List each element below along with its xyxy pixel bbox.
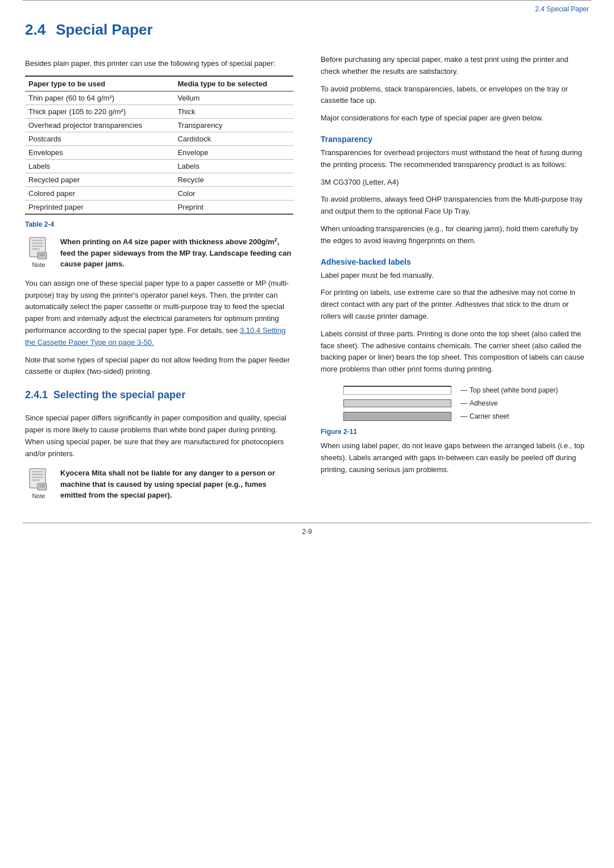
media-type-cell: Recycle <box>174 173 293 187</box>
note2-icon: Note <box>25 468 52 499</box>
paper-type-cell: Thick paper (105 to 220 g/m²) <box>25 105 174 119</box>
right-para3: Major considerations for each type of sp… <box>321 112 589 124</box>
adhesive-heading: Adhesive-backed labels <box>321 257 589 266</box>
layer-bars <box>343 386 451 421</box>
transparency-product: 3M CG3700 (Letter, A4) <box>321 177 589 189</box>
figure-layers: — Top sheet (white bond paper) — Adhesiv… <box>343 386 558 421</box>
transparency-para3: When unloading transparencies (e.g., for… <box>321 223 589 247</box>
media-type-cell: Thick <box>174 105 293 119</box>
paper-type-cell: Postcards <box>25 132 174 146</box>
note2-label: Note <box>32 493 45 499</box>
table-row: PostcardsCardstock <box>25 132 293 146</box>
note-icon-svg <box>27 236 50 260</box>
adhesive-bar <box>343 399 451 407</box>
svg-rect-4 <box>32 248 40 250</box>
adhesive-body4: When using label paper, do not leave gap… <box>321 440 589 475</box>
carrier-label-row: — Carrier sheet <box>460 412 558 421</box>
top-sheet-label-row: — Top sheet (white bond paper) <box>460 386 558 395</box>
layer-label-column: — Top sheet (white bond paper) — Adhesiv… <box>456 386 558 421</box>
figure-caption: Figure 2-11 <box>321 428 357 436</box>
subsection-title-row: 2.4.1 Selecting the special paper <box>25 389 293 407</box>
media-type-cell: Color <box>174 187 293 201</box>
svg-rect-2 <box>32 243 43 244</box>
adhesive-body3: Labels consist of three parts. Printing … <box>321 328 589 375</box>
intro-text: Besides plain paper, this printer can us… <box>25 59 293 68</box>
note2-icon-svg <box>27 468 50 491</box>
adhesive-label-row: — Adhesive <box>460 399 558 407</box>
adhesive-body1: Label paper must be fed manually. <box>321 270 589 282</box>
table-row: EnvelopesEnvelope <box>25 146 293 160</box>
paper-type-cell: Preprinted paper <box>25 201 174 215</box>
svg-rect-3 <box>32 245 43 247</box>
section-ref-label: 2.4 Special Paper <box>535 5 589 13</box>
table-row: Preprinted paperPreprint <box>25 201 293 215</box>
paper-table: Paper type to be used Media type to be s… <box>25 76 293 215</box>
note1-text: When printing on A4 size paper with thic… <box>60 236 293 270</box>
paper-type-cell: Envelopes <box>25 146 174 160</box>
table-row: LabelsLabels <box>25 160 293 173</box>
right-column: Before purchasing any special paper, mak… <box>316 15 589 509</box>
paper-type-cell: Overhead projector transparencies <box>25 119 174 132</box>
media-type-cell: Cardstock <box>174 132 293 146</box>
media-type-cell: Labels <box>174 160 293 173</box>
table-row: Thin paper (60 to 64 g/m²)Vellum <box>25 91 293 105</box>
adhesive-label: Adhesive <box>470 399 497 407</box>
table-row: Recycled paperRecycle <box>25 173 293 187</box>
media-type-cell: Vellum <box>174 91 293 105</box>
media-type-cell: Envelope <box>174 146 293 160</box>
adhesive-body2: For printing on labels, use extreme care… <box>321 287 589 322</box>
top-sheet-dash: — <box>460 386 467 394</box>
right-intro: Before purchasing any special paper, mak… <box>321 54 589 78</box>
col2-header: Media type to be selected <box>174 76 293 91</box>
svg-rect-11 <box>32 477 43 478</box>
subsection-number: 2.4.1 <box>25 389 48 401</box>
body-para2: Note that some types of special paper do… <box>25 354 293 378</box>
section-number: 2.4 <box>25 21 45 39</box>
carrier-dash: — <box>460 412 467 420</box>
svg-rect-12 <box>32 479 40 481</box>
table-row: Overhead projector transparenciesTranspa… <box>25 119 293 132</box>
right-para2: To avoid problems, stack transparencies,… <box>321 84 589 107</box>
svg-rect-1 <box>32 240 43 241</box>
paper-type-cell: Colored paper <box>25 187 174 201</box>
figure-2-11: — Top sheet (white bond paper) — Adhesiv… <box>321 386 589 436</box>
transparency-heading: Transparency <box>321 135 589 144</box>
note2-text: Kyocera Mita shall not be liable for any… <box>60 468 293 501</box>
body-para1: You can assign one of these special pape… <box>25 278 293 349</box>
media-type-cell: Preprint <box>174 201 293 215</box>
paper-type-cell: Labels <box>25 160 174 173</box>
col1-header: Paper type to be used <box>25 76 174 91</box>
section-title: Special Paper <box>56 21 153 39</box>
paper-type-cell: Thin paper (60 to 64 g/m²) <box>25 91 174 105</box>
content-area: 2.4 Special Paper Besides plain paper, t… <box>0 15 614 509</box>
section-title-row: 2.4 Special Paper <box>25 21 293 49</box>
transparency-body: Transparencies for overhead projectors m… <box>321 147 589 171</box>
svg-rect-10 <box>32 474 43 475</box>
top-sheet-bar <box>343 386 451 395</box>
subsection-title: Selecting the special paper <box>53 389 185 401</box>
subsection-intro: Since special paper differs significantl… <box>25 412 293 460</box>
page: 2.4 Special Paper 2.4 Special Paper Besi… <box>0 0 614 868</box>
paper-type-cell: Recycled paper <box>25 173 174 187</box>
table-row: Thick paper (105 to 220 g/m²)Thick <box>25 105 293 119</box>
left-column: 2.4 Special Paper Besides plain paper, t… <box>25 15 298 509</box>
svg-rect-9 <box>32 471 43 473</box>
top-header: 2.4 Special Paper <box>0 1 614 15</box>
adhesive-dash: — <box>460 399 467 407</box>
table-row: Colored paperColor <box>25 187 293 201</box>
carrier-bar <box>343 412 451 421</box>
top-sheet-label: Top sheet (white bond paper) <box>470 386 558 394</box>
carrier-label: Carrier sheet <box>470 412 509 420</box>
media-type-cell: Transparency <box>174 119 293 132</box>
note1-box: Note When printing on A4 size paper with… <box>25 236 293 270</box>
table-caption: Table 2-4 <box>25 220 293 228</box>
note1-icon: Note <box>25 236 52 268</box>
note2-box: Note Kyocera Mita shall not be liable fo… <box>25 468 293 501</box>
transparency-para2: To avoid problems, always feed OHP trans… <box>321 194 589 218</box>
note1-label: Note <box>32 261 45 268</box>
page-number: 2-9 <box>0 523 614 542</box>
